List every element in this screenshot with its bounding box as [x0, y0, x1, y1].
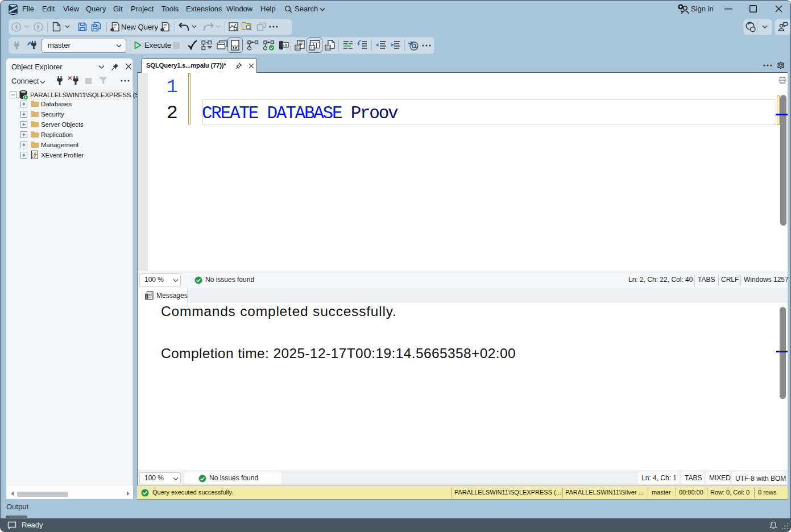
svg-text:01: 01 [326, 45, 330, 49]
svg-text:01: 01 [296, 45, 300, 49]
svg-text:01: 01 [310, 46, 314, 50]
